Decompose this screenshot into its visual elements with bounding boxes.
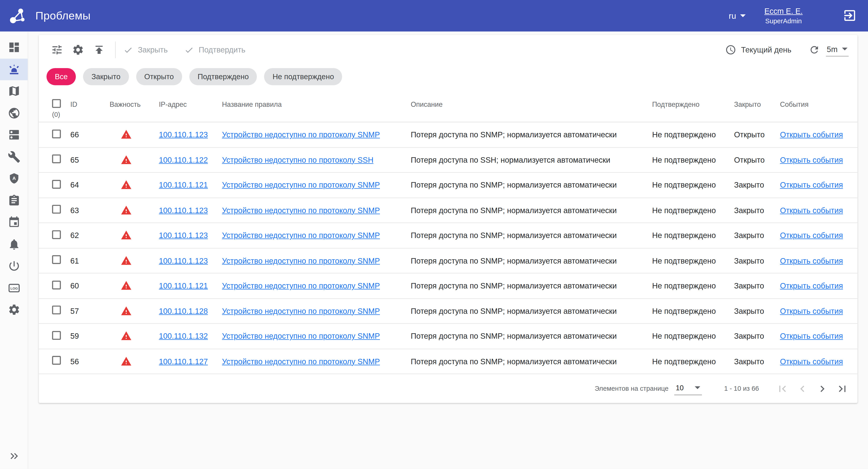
cell-id: 59	[70, 332, 110, 341]
sidebar-item-security[interactable]: A	[0, 168, 28, 190]
language-selector[interactable]: ru	[729, 11, 746, 21]
warning-triangle-icon	[121, 154, 132, 165]
open-events-link[interactable]: Открыть события	[780, 155, 843, 164]
map-icon	[7, 85, 20, 97]
tune-icon	[51, 44, 63, 56]
open-events-link[interactable]: Открыть события	[780, 256, 843, 265]
ip-address-link[interactable]: 100.110.1.121	[159, 181, 208, 189]
rule-name-link[interactable]: Устройство недоступно по протоколу SNMP	[222, 281, 380, 290]
sidebar-item-devices[interactable]	[0, 124, 28, 146]
cell-acknowledged: Не подтверждено	[652, 231, 734, 240]
warning-triangle-icon	[121, 331, 132, 342]
page-size-select[interactable]: 10	[674, 382, 702, 395]
export-button[interactable]	[89, 39, 110, 60]
row-checkbox[interactable]	[52, 255, 61, 264]
sidebar-item-logs[interactable]: LOG	[0, 277, 28, 299]
logout-button[interactable]	[842, 9, 857, 23]
top-bar-right: ru Eccm Е. Е. SuperAdmin	[729, 6, 857, 26]
refresh-button[interactable]	[806, 41, 822, 58]
rule-name-link[interactable]: Устройство недоступно по протоколу SNMP	[222, 256, 380, 265]
previous-page-button[interactable]	[792, 378, 812, 398]
open-events-link[interactable]: Открыть события	[780, 307, 843, 315]
rule-name-link[interactable]: Устройство недоступно по протоколу SNMP	[222, 357, 380, 366]
filter-chip[interactable]: Не подтверждено	[264, 68, 342, 85]
filter-chip[interactable]: Подтверждено	[189, 68, 257, 85]
sidebar-item-power[interactable]	[0, 255, 28, 277]
row-checkbox[interactable]	[52, 180, 61, 188]
rule-name-link[interactable]: Устройство недоступно по протоколу SNMP	[222, 181, 380, 189]
row-checkbox[interactable]	[52, 331, 61, 340]
user-name-link[interactable]: Eccm Е. Е.	[764, 6, 803, 17]
rule-name-link[interactable]: Устройство недоступно по протоколу SNMP	[222, 130, 380, 139]
row-checkbox[interactable]	[52, 281, 61, 289]
sidebar-item-dashboard[interactable]	[0, 36, 28, 58]
select-all-checkbox[interactable]	[52, 99, 61, 108]
cell-id: 57	[70, 307, 110, 315]
filter-chip[interactable]: Закрыто	[83, 68, 129, 85]
row-checkbox[interactable]	[52, 155, 61, 163]
ip-address-link[interactable]: 100.110.1.123	[159, 130, 208, 139]
filter-settings-button[interactable]	[46, 39, 68, 60]
sidebar-item-calendar[interactable]	[0, 212, 28, 233]
open-events-link[interactable]: Открыть события	[780, 130, 843, 139]
time-period-selector[interactable]: Текущий день	[725, 44, 791, 56]
row-checkbox[interactable]	[52, 356, 61, 365]
sidebar-item-settings[interactable]	[0, 299, 28, 321]
cell-severity	[110, 331, 159, 342]
ip-address-link[interactable]: 100.110.1.123	[159, 206, 208, 215]
rule-name-link[interactable]: Устройство недоступно по протоколу SNMP	[222, 332, 380, 341]
sidebar-item-notifications[interactable]	[0, 233, 28, 255]
open-events-link[interactable]: Открыть события	[780, 357, 843, 366]
filter-chip[interactable]: Открыто	[136, 68, 182, 85]
close-problems-button[interactable]: Закрыть	[124, 45, 168, 55]
gear-icon	[7, 303, 20, 316]
rule-name-link[interactable]: Устройство недоступно по протоколу SNMP	[222, 231, 380, 240]
sidebar-item-tools[interactable]	[0, 146, 28, 168]
chevron-right-icon	[816, 382, 828, 395]
cell-description: Потеря доступа по SNMP; нормализуется ав…	[411, 307, 652, 315]
filter-chip[interactable]: Все	[46, 68, 76, 85]
open-events-link[interactable]: Открыть события	[780, 206, 843, 215]
column-header-acknowledged: Подтверждено	[652, 99, 734, 108]
row-checkbox[interactable]	[52, 205, 61, 214]
table-row: 61 100.110.1.123 Устройство недоступно п…	[39, 248, 857, 273]
table-settings-button[interactable]	[67, 39, 89, 60]
open-events-link[interactable]: Открыть события	[780, 332, 843, 341]
table-row: 56 100.110.1.127 Устройство недоступно п…	[39, 349, 857, 374]
acknowledge-problems-button[interactable]: Подтвердить	[184, 45, 245, 55]
ip-address-link[interactable]: 100.110.1.132	[159, 332, 208, 341]
open-events-link[interactable]: Открыть события	[780, 181, 843, 189]
sidebar-item-problems[interactable]	[0, 58, 28, 80]
cell-acknowledged: Не подтверждено	[652, 281, 734, 290]
sidebar-item-maps[interactable]	[0, 80, 28, 102]
cell-description: Потеря доступа по SNMP; нормализуется ав…	[411, 256, 652, 265]
ip-address-link[interactable]: 100.110.1.121	[159, 281, 208, 290]
ip-address-link[interactable]: 100.110.1.127	[159, 357, 208, 366]
ip-address-link[interactable]: 100.110.1.123	[159, 231, 208, 240]
open-events-link[interactable]: Открыть события	[780, 231, 843, 240]
ip-address-link[interactable]: 100.110.1.128	[159, 307, 208, 315]
dashboard-icon	[7, 41, 20, 54]
filter-chips: ВсеЗакрытоОткрытоПодтвержденоНе подтверж…	[39, 65, 857, 93]
sidebar-item-tasks[interactable]	[0, 190, 28, 212]
ip-address-link[interactable]: 100.110.1.123	[159, 256, 208, 265]
rule-name-link[interactable]: Устройство недоступно по протоколу SNMP	[222, 206, 380, 215]
top-bar: Проблемы ru Eccm Е. Е. SuperAdmin	[0, 0, 868, 31]
row-checkbox[interactable]	[52, 306, 61, 314]
gear-icon	[72, 44, 84, 56]
problems-table-body: 66 100.110.1.123 Устройство недоступно п…	[39, 122, 857, 374]
first-page-button[interactable]	[772, 378, 792, 398]
rule-name-link[interactable]: Устройство недоступно по протоколу SNMP	[222, 307, 380, 315]
open-events-link[interactable]: Открыть события	[780, 281, 843, 290]
ip-address-link[interactable]: 100.110.1.122	[159, 155, 208, 164]
sidebar-expand-button[interactable]	[0, 447, 28, 465]
cell-acknowledged: Не подтверждено	[652, 206, 734, 215]
row-checkbox[interactable]	[52, 230, 61, 239]
row-checkbox[interactable]	[52, 129, 61, 138]
rule-name-link[interactable]: Устройство недоступно по протоколу SSH	[222, 155, 373, 164]
next-page-button[interactable]	[812, 378, 832, 398]
cell-severity	[110, 255, 159, 266]
refresh-interval-select[interactable]: 5m	[826, 43, 848, 56]
last-page-button[interactable]	[832, 378, 852, 398]
sidebar-item-network[interactable]	[0, 102, 28, 124]
